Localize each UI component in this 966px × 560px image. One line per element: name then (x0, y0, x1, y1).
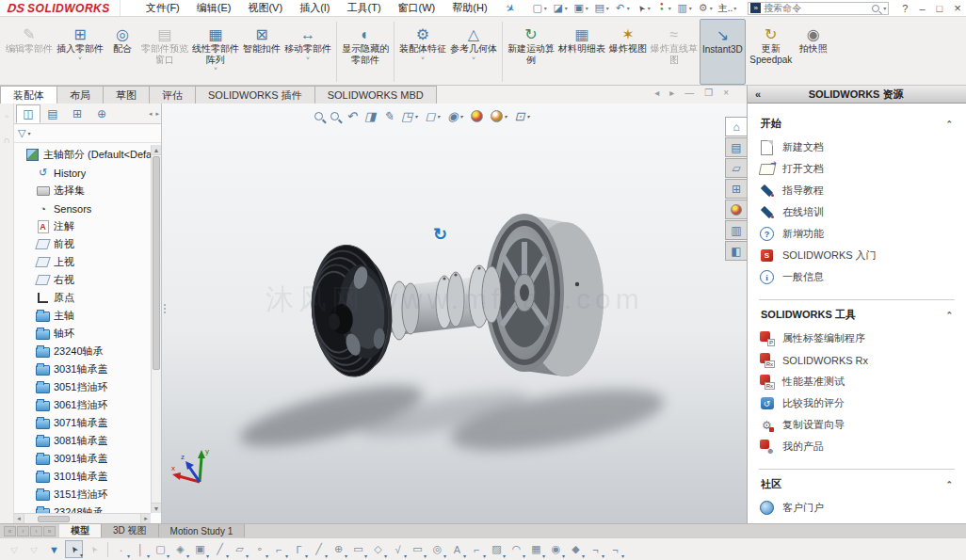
save-icon[interactable]: ▣▾ (572, 1, 590, 16)
panel-splitter-handle[interactable] (162, 292, 167, 326)
ribbon-button[interactable]: 爆炸视图 ˅ (607, 19, 649, 85)
filter-datum-targets-icon[interactable]: ◆ (567, 540, 585, 558)
file-explorer-tab[interactable]: ▱ (725, 158, 747, 178)
select-other-icon[interactable]: ➤ (85, 540, 103, 558)
ribbon-button[interactable]: 移动零部件 ˅ (282, 19, 333, 85)
design-library-tab[interactable]: ▤ (725, 137, 747, 157)
tree-item[interactable]: 23240轴承 (14, 343, 151, 360)
task-home-tab[interactable]: ⌂ (725, 117, 747, 136)
select-icon[interactable]: ➤▾ (634, 1, 652, 16)
task-pane-link[interactable]: 在线培训 (759, 201, 955, 223)
ribbon-button[interactable]: 新建运动算例 ˅ (506, 19, 556, 85)
dimxpert-tab[interactable]: ⊕ (89, 104, 114, 123)
hide-show-items-icon[interactable]: ◉▾ (445, 108, 464, 124)
ribbon-button[interactable]: 配合 ˅ (105, 19, 139, 85)
filter-balloons-icon[interactable]: ◎ (428, 540, 446, 558)
study-tab[interactable]: 3D 视图 (102, 524, 159, 537)
separator[interactable] (105, 540, 110, 558)
filter-gtol-icon[interactable]: ⌐ (468, 540, 486, 558)
tree-item[interactable]: 23248轴承 (14, 504, 151, 513)
tree-item[interactable]: 上视 (14, 253, 151, 271)
tree-item[interactable]: 轴环 (14, 325, 151, 343)
print-icon[interactable]: ▤▾ (592, 1, 611, 16)
section-header[interactable]: SOLIDWORKS 工具 ⌃ (759, 304, 955, 328)
doc-minimize-icon[interactable]: — (684, 88, 694, 98)
ribbon-button[interactable]: 线性零部件阵列 ˅ (190, 19, 241, 85)
tab-nav-icon[interactable]: » (43, 526, 56, 536)
scroll-down-icon[interactable]: ▼ (152, 503, 161, 513)
filter-off-icon[interactable]: ▽ (6, 540, 24, 558)
close-button[interactable]: × (954, 1, 961, 15)
menu-item[interactable]: 帮助(H) (443, 0, 495, 17)
tree-item[interactable]: 3081轴承盖 (14, 432, 151, 450)
chevron-up-icon[interactable]: ⌃ (945, 120, 953, 129)
tree-item[interactable]: 3071轴承盖 (14, 414, 151, 432)
featuremanager-tab[interactable]: ◫ (16, 104, 40, 123)
filter-dimensions-icon[interactable]: ▭ (349, 540, 367, 558)
filter-weld-symbols-icon[interactable]: √ (389, 540, 407, 558)
task-pane-link[interactable]: 属性标签编制程序 (759, 328, 955, 349)
customize-label[interactable]: 主..▾ (716, 1, 739, 16)
ribbon-button[interactable]: 材料明细表 ˅ (556, 19, 607, 85)
tree-item[interactable]: 选择集 (14, 182, 151, 200)
tabs-scroll-right-icon[interactable]: ▸ (153, 110, 161, 118)
tree-item[interactable]: 3091轴承盖 (14, 450, 151, 468)
tree-root-item[interactable]: 主轴部分 (Default<Defau (14, 146, 151, 164)
menu-item[interactable]: 插入(I) (291, 0, 338, 17)
filter-cosmetic-threads-icon[interactable]: ◉ (547, 540, 565, 558)
ribbon-button[interactable]: 拍快照 ˅ (797, 19, 830, 85)
section-view-icon[interactable]: ◨▾ (362, 108, 378, 124)
tree-vertical-scrollbar[interactable]: ▲ ▼ (151, 145, 161, 513)
tree-item[interactable]: 3031轴承盖 (14, 360, 151, 378)
apply-scene-icon[interactable]: ▾ (489, 109, 509, 123)
tree-item[interactable]: History (14, 164, 151, 182)
tab-nav-icon[interactable]: ‹ (17, 526, 29, 536)
ribbon-button[interactable]: 插入零部件 ˅ (55, 19, 105, 85)
menu-item[interactable]: 工具(T) (339, 0, 390, 17)
command-tab[interactable]: 评估 (150, 86, 196, 104)
menu-item[interactable]: 文件(F) (137, 0, 188, 17)
new-document-icon[interactable]: ▢▾ (530, 1, 549, 16)
display-style-icon[interactable]: ◻▾ (423, 108, 442, 124)
pane-left-icon[interactable]: ◂ (654, 88, 659, 98)
filter-hatch-icon[interactable]: ▨ (488, 540, 506, 558)
scroll-right-icon[interactable]: ▸ (140, 514, 151, 523)
tab-nav-icon[interactable]: › (30, 526, 42, 536)
ribbon-button[interactable]: 智能扣件 ˅ (241, 19, 282, 85)
ribbon-button[interactable]: 更新 Speedpak ˅ (746, 19, 797, 85)
task-pane-link[interactable]: 性能基准测试 (759, 371, 955, 392)
select-cursor-icon[interactable]: ➤ (65, 540, 83, 558)
tree-item[interactable]: 前视 (14, 235, 151, 253)
filter-tables-icon[interactable]: ▦ (527, 540, 545, 558)
filter-routing-points-icon[interactable]: ¬ (606, 540, 624, 558)
forum-tab[interactable]: ◧ (725, 241, 747, 261)
command-tab[interactable]: 装配体 (0, 86, 57, 104)
filter-surface-bodies-icon[interactable]: ◈ (171, 540, 189, 558)
graphics-area[interactable]: 沐风网 www.mfcad.com ▾ ▾ ↶▾ ◨▾ (162, 104, 747, 523)
appearances-tab[interactable] (725, 200, 747, 219)
custom-properties-tab[interactable]: ▥ (725, 220, 747, 240)
menu-item[interactable]: 编辑(E) (188, 0, 240, 17)
ribbon-button[interactable]: 编辑零部件 ˅ (4, 19, 55, 85)
propertymanager-tab[interactable]: ▤ (40, 104, 65, 123)
search-icon[interactable] (872, 5, 879, 12)
previous-view-icon[interactable]: ↶▾ (345, 108, 359, 124)
view-orientation-icon[interactable]: ◳▾ (399, 108, 419, 124)
task-pane-link[interactable]: 指导教程 (759, 180, 955, 201)
section-header[interactable]: 开始 ⌃ (759, 113, 955, 136)
configurationmanager-tab[interactable]: ⊞ (65, 104, 89, 123)
scrollbar-thumb[interactable] (153, 156, 160, 370)
filter-icon[interactable]: ▽ (18, 127, 25, 139)
open-icon[interactable]: ◪▾ (551, 1, 570, 16)
filter-sketch-segments-icon[interactable]: ╱ (310, 540, 328, 558)
scroll-up-icon[interactable]: ▲ (152, 145, 161, 155)
tree-item[interactable]: 原点 (14, 289, 151, 307)
task-pane-link[interactable]: SOLIDWORKS Rx (759, 349, 955, 371)
search-flyout-icon[interactable]: » (750, 3, 761, 13)
tree-horizontal-scrollbar[interactable]: ◂ ▸ (14, 513, 151, 523)
section-header[interactable]: 社区 ⌃ (759, 473, 955, 497)
scroll-left-icon[interactable]: ◂ (14, 514, 24, 523)
command-tab[interactable]: 布局 (57, 86, 104, 104)
filter-surface-finish-icon[interactable]: ◇ (369, 540, 387, 558)
undo-icon[interactable]: ↶▾ (613, 1, 632, 16)
